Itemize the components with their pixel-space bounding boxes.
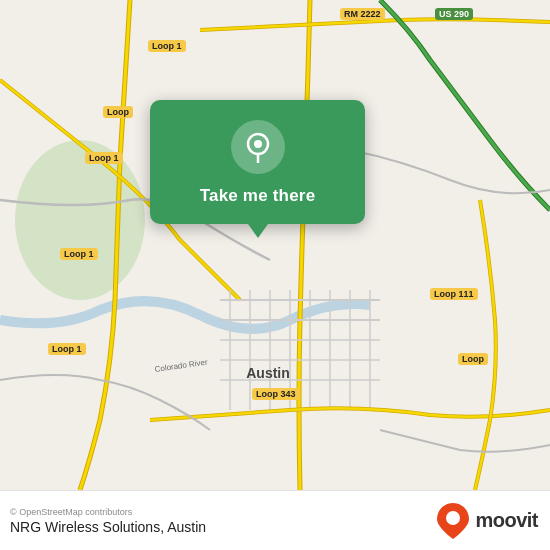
moovit-text: moovit [475,509,538,532]
svg-point-19 [446,511,460,525]
svg-point-18 [254,140,262,148]
map-container: Austin Colorado River RM 2222 US 290 Loo… [0,0,550,490]
svg-text:Austin: Austin [246,365,290,381]
take-me-there-button[interactable]: Take me there [200,186,316,206]
bottom-info: © OpenStreetMap contributors NRG Wireles… [10,507,206,535]
map-roads: Austin Colorado River [0,0,550,490]
location-popup[interactable]: Take me there [150,100,365,224]
moovit-logo[interactable]: moovit [437,503,538,539]
location-name-label: NRG Wireless Solutions, Austin [10,519,206,535]
location-icon-bg [231,120,285,174]
map-attribution: © OpenStreetMap contributors [10,507,206,517]
svg-point-1 [15,140,145,300]
bottom-bar: © OpenStreetMap contributors NRG Wireles… [0,490,550,550]
moovit-icon [437,503,469,539]
location-pin-icon [242,131,274,163]
